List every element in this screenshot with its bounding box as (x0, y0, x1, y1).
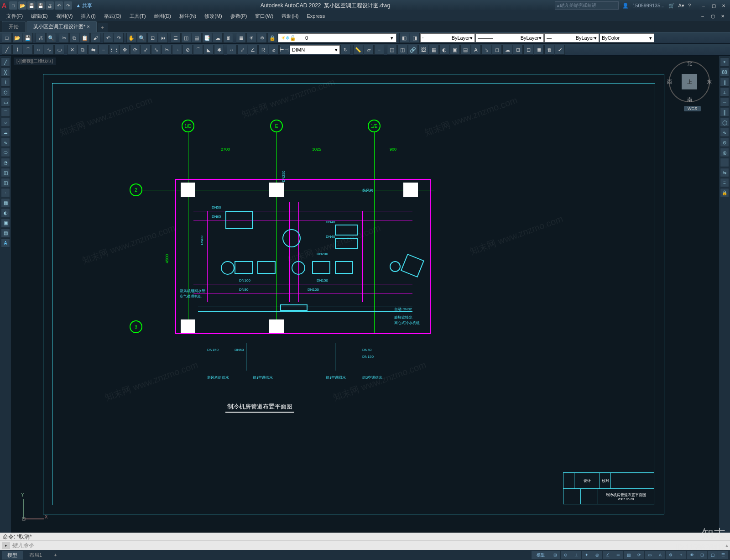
dim-continue-button[interactable]: ⊢⊣ (279, 45, 289, 55)
viewcube-top[interactable]: 上 (682, 74, 697, 89)
spline-button[interactable]: ∿ (44, 45, 54, 55)
r-fix-icon[interactable]: 🔒 (720, 188, 729, 197)
purge-button[interactable]: 🗑 (544, 45, 554, 55)
make-block-button[interactable]: ◫ (397, 45, 407, 55)
cart-icon[interactable]: 🛒 (668, 3, 675, 9)
matchprop-button[interactable]: 🖌 (90, 33, 100, 43)
pline-button[interactable]: ⌇ (12, 45, 22, 55)
l-polygon-icon[interactable]: ⬡ (1, 88, 10, 97)
l-circle-icon[interactable]: ○ (1, 118, 10, 127)
l-block-icon[interactable]: ◫ (1, 178, 10, 187)
tab-model[interactable]: 模型 (2, 551, 23, 560)
insert-block-button[interactable]: ◫ (387, 45, 397, 55)
user-name[interactable]: 1505999135... (632, 3, 664, 8)
menu-file[interactable]: 文件(F) (3, 12, 26, 21)
break-button[interactable]: ⊘ (182, 45, 193, 55)
doc-close-button[interactable]: ✕ (718, 12, 727, 20)
menu-draw[interactable]: 绘图(D) (151, 12, 175, 21)
redo-button[interactable]: ↷ (114, 33, 124, 43)
table-button[interactable]: ▤ (460, 45, 470, 55)
open-icon[interactable]: 📂 (18, 1, 26, 10)
viewcube-east[interactable]: 东 (707, 79, 712, 85)
r-concentric-icon[interactable]: ◎ (720, 148, 729, 157)
r-symmetric-icon[interactable]: ⇋ (720, 168, 729, 177)
menu-edit[interactable]: 编辑(E) (27, 12, 52, 21)
zoom-prev-button[interactable]: ⏮ (158, 33, 168, 43)
list-button[interactable]: ≡ (374, 45, 384, 55)
layer-manager-button[interactable]: ≣ (236, 33, 246, 43)
status-model-label[interactable]: 模型 (532, 551, 550, 559)
l-revcloud-icon[interactable]: ☁ (1, 128, 10, 137)
dim-linear-button[interactable]: ↔ (227, 45, 237, 55)
tab-layout1[interactable]: 布局1 (24, 551, 47, 560)
l-arc-icon[interactable]: ⌒ (1, 108, 10, 117)
status-osnap-icon[interactable]: ◎ (592, 551, 602, 559)
layer-iso-button[interactable]: ◧ (399, 33, 409, 43)
menu-view[interactable]: 视图(V) (52, 12, 77, 21)
maximize-button[interactable]: ▢ (709, 2, 718, 9)
layer-dropdown[interactable]: ☀❄🔓 0 ▾ (278, 33, 396, 42)
l-pline-icon[interactable]: ⌇ (1, 78, 10, 87)
l-ellipsearc-icon[interactable]: ◔ (1, 158, 10, 167)
viewcube-south[interactable]: 南 (687, 96, 692, 103)
menu-window[interactable]: 窗口(W) (251, 12, 277, 21)
offset-button[interactable]: ≡ (99, 45, 109, 55)
revcloud-button[interactable]: ☁ (502, 45, 512, 55)
menu-dimension[interactable]: 标注(N) (176, 12, 200, 21)
share-button[interactable]: ▲ 共享 (76, 2, 92, 9)
ellipse-button[interactable]: ⬭ (54, 45, 64, 55)
viewport-controls[interactable]: [-][俯视][二维线框] (14, 58, 56, 65)
status-annoscale-icon[interactable]: A (655, 551, 665, 559)
plot-button[interactable]: 🖨 (36, 33, 46, 43)
tab-current-file[interactable]: 某小区空调工程设计图* × (26, 21, 97, 32)
menu-format[interactable]: 格式(O) (100, 12, 125, 21)
scale-button[interactable]: ⤢ (141, 45, 151, 55)
r-tangent-icon[interactable]: ◯ (720, 118, 729, 127)
status-ortho-icon[interactable]: ⊥ (571, 551, 581, 559)
mtext-button[interactable]: A (471, 45, 481, 55)
wipeout-button[interactable]: ◻ (492, 45, 502, 55)
r-horiz-icon[interactable]: ═ (720, 98, 729, 107)
redo-icon[interactable]: ↷ (64, 1, 72, 10)
status-otrack-icon[interactable]: ∠ (603, 551, 613, 559)
print-icon[interactable]: 🖨 (46, 1, 54, 10)
group-button[interactable]: ⊞ (513, 45, 523, 55)
menu-help[interactable]: 帮助(H) (278, 12, 302, 21)
ungroup-button[interactable]: ⊟ (523, 45, 533, 55)
sheetset-button[interactable]: 📑 (202, 33, 212, 43)
l-rect-icon[interactable]: ▭ (1, 98, 10, 107)
extend-button[interactable]: → (172, 45, 182, 55)
designcenter-button[interactable]: ◫ (181, 33, 191, 43)
layer-lock-button[interactable]: 🔒 (267, 33, 277, 43)
help-icon[interactable]: ? (688, 3, 691, 8)
zoom-window-button[interactable]: ⊡ (147, 33, 157, 43)
stretch-button[interactable]: ⤡ (151, 45, 161, 55)
saveas-icon[interactable]: 💾 (36, 1, 45, 10)
status-cycling-icon[interactable]: ⟳ (634, 551, 644, 559)
l-xline-icon[interactable]: ╳ (1, 68, 10, 77)
command-icon[interactable]: ▸ (2, 542, 10, 549)
search-input[interactable]: ▸ 键入关键字或短语 (555, 1, 619, 10)
zoom-button[interactable]: 🔍 (137, 33, 147, 43)
command-input[interactable]: 键入命令 (12, 542, 725, 550)
menu-parametric[interactable]: 参数(P) (227, 12, 251, 21)
plotstyle-dropdown[interactable]: ByColor▾ (600, 33, 654, 42)
app-menu-icon[interactable]: A▾ (678, 3, 684, 9)
undo-button[interactable]: ↶ (103, 33, 113, 43)
l-hatch-icon[interactable]: ▦ (1, 198, 10, 207)
xref-button[interactable]: 🔗 (408, 45, 418, 55)
undo-icon[interactable]: ↶ (55, 1, 63, 10)
new-button[interactable]: □ (2, 33, 12, 43)
dim-angular-button[interactable]: ∠ (248, 45, 258, 55)
explode-button[interactable]: ✱ (214, 45, 224, 55)
region-button[interactable]: ▣ (450, 45, 460, 55)
l-mtext-icon[interactable]: A (1, 238, 10, 247)
calc-button[interactable]: 🖩 (223, 33, 233, 43)
menu-tools[interactable]: 工具(T) (126, 12, 150, 21)
status-isolate-icon[interactable]: 👁 (687, 551, 697, 559)
l-insert-icon[interactable]: ◫ (1, 168, 10, 177)
status-transparency-icon[interactable]: ▤ (624, 551, 634, 559)
status-grid-icon[interactable]: ⊞ (550, 551, 560, 559)
tab-start[interactable]: 开始 (2, 21, 26, 32)
color-dropdown[interactable]: ByLayer ▾ (420, 33, 475, 42)
